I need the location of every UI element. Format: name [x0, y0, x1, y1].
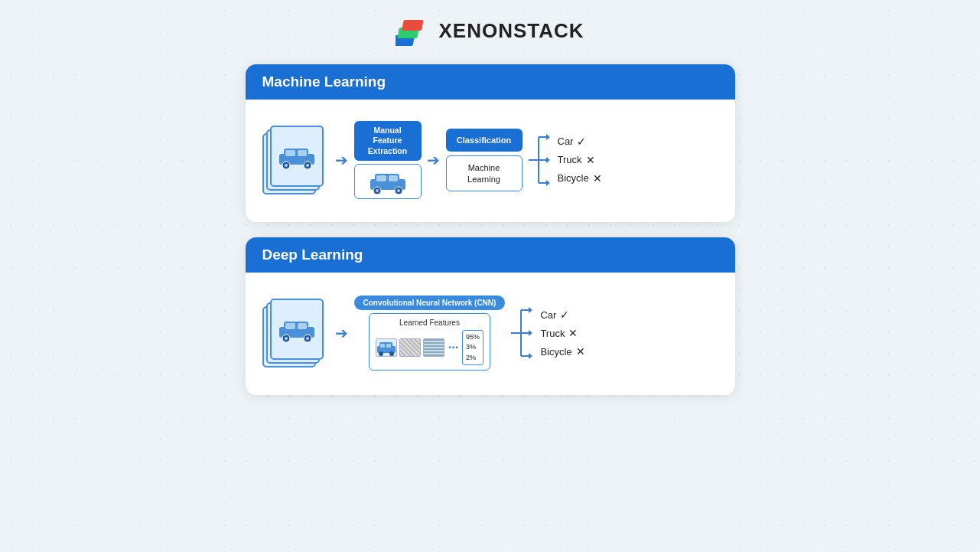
- header: XENONSTACK: [396, 14, 584, 47]
- ml-card-body: ➔ Manual Feature Extraction: [246, 100, 735, 222]
- svg-point-40: [389, 351, 394, 356]
- car-icon-dl: [278, 316, 316, 342]
- svg-point-18: [397, 189, 400, 192]
- ml-output-bicycle: Bicycle ✕: [558, 172, 602, 185]
- arrow-2: ➔: [423, 153, 444, 167]
- svg-rect-30: [298, 323, 307, 329]
- stack-page-3: [270, 126, 324, 187]
- prob-3: 2%: [466, 353, 480, 364]
- car-icon-small: [369, 168, 407, 194]
- dl-output-truck: Truck ✕: [540, 327, 584, 339]
- ml-card: Machine Learning: [246, 64, 735, 222]
- svg-rect-29: [285, 323, 295, 329]
- dl-branch-arrow: [510, 299, 532, 367]
- dl-check-icon-car: ✓: [560, 309, 569, 321]
- ml-card-header: Machine Learning: [246, 64, 735, 100]
- branch-svg: [527, 126, 550, 194]
- dl-stack-page-3: [270, 299, 324, 360]
- cross-icon-truck: ✕: [586, 154, 595, 166]
- prob-2: 3%: [466, 342, 480, 353]
- classification-box: Classification: [446, 129, 523, 152]
- svg-point-9: [285, 164, 288, 167]
- dl-output-car: Car ✓: [540, 309, 584, 321]
- svg-marker-47: [529, 330, 532, 336]
- ml-flow: ➔ Manual Feature Extraction: [262, 121, 718, 200]
- dl-card-body: ➔ Convolutional Neural Network (CNN) Lea…: [246, 273, 735, 395]
- svg-marker-46: [529, 307, 532, 313]
- svg-point-17: [376, 189, 379, 192]
- svg-rect-6: [298, 150, 307, 156]
- check-icon-car: ✓: [577, 136, 586, 148]
- svg-point-39: [379, 351, 383, 356]
- dl-arrow-1: ➔: [331, 326, 353, 340]
- page-container: XENONSTACK Machine Learning: [0, 0, 980, 552]
- ml-extraction-top: Manual Feature Extraction: [354, 121, 422, 162]
- ml-input-images: [262, 122, 330, 198]
- svg-point-34: [306, 337, 309, 340]
- ml-card-title: Machine Learning: [262, 73, 386, 90]
- dots-separator: ···: [448, 341, 458, 354]
- prob-1: 95%: [466, 332, 480, 343]
- svg-rect-2: [402, 20, 424, 31]
- svg-rect-13: [376, 175, 386, 181]
- ml-output-truck: Truck ✕: [558, 154, 602, 166]
- svg-rect-38: [386, 344, 391, 348]
- dl-card: Deep Learning: [246, 237, 735, 395]
- svg-point-33: [285, 337, 288, 340]
- cnn-thumbs: ··· 95% 3% 2%: [376, 330, 483, 366]
- ml-extraction-bottom: [354, 164, 422, 199]
- ml-outputs: Car ✓ Truck ✕ Bicycle ✕: [558, 136, 602, 185]
- ml-classifier-stack: Classification Machine Learning: [446, 129, 523, 191]
- cnn-thumb-dots: [423, 338, 444, 357]
- ml-branch-arrow: [527, 126, 550, 194]
- logo-text: XENONSTACK: [438, 19, 584, 43]
- cnn-probs-box: 95% 3% 2%: [462, 330, 483, 366]
- dl-branch-svg: [510, 299, 532, 367]
- svg-marker-25: [546, 157, 550, 163]
- cross-icon-bicycle: ✕: [593, 172, 602, 185]
- ml-box: Machine Learning: [446, 155, 523, 191]
- cnn-thumb-noise: [399, 338, 421, 357]
- car-icon-ml: [278, 143, 316, 169]
- logo-icon: [396, 14, 429, 47]
- learned-features-label: Learned Features: [399, 318, 460, 327]
- arrow-1: ➔: [331, 153, 353, 167]
- dl-cross-icon-bicycle: ✕: [576, 345, 585, 358]
- svg-rect-37: [380, 344, 385, 348]
- dl-input-images: [262, 295, 330, 371]
- cnn-thumb-car: [376, 338, 397, 357]
- svg-rect-5: [285, 150, 295, 156]
- svg-marker-24: [546, 134, 550, 140]
- cnn-wrapper: Convolutional Neural Network (CNN) Learn…: [354, 296, 506, 371]
- dl-card-header: Deep Learning: [246, 237, 735, 273]
- car-thumb-svg: [376, 339, 396, 356]
- dl-output-bicycle: Bicycle ✕: [540, 345, 584, 358]
- dl-flow: ➔ Convolutional Neural Network (CNN) Lea…: [262, 295, 718, 371]
- dl-cross-icon-truck: ✕: [568, 327, 578, 339]
- svg-marker-48: [529, 353, 532, 359]
- svg-point-10: [306, 164, 309, 167]
- cnn-label: Convolutional Neural Network (CNN): [354, 296, 506, 310]
- ml-output-car: Car ✓: [558, 136, 602, 148]
- dl-card-title: Deep Learning: [262, 247, 363, 263]
- svg-marker-26: [546, 180, 550, 186]
- svg-rect-14: [389, 175, 398, 181]
- cnn-inner-box: Learned Features: [369, 313, 490, 371]
- dl-outputs: Car ✓ Truck ✕ Bicycle ✕: [540, 309, 584, 358]
- ml-extraction-box: Manual Feature Extraction: [354, 121, 422, 200]
